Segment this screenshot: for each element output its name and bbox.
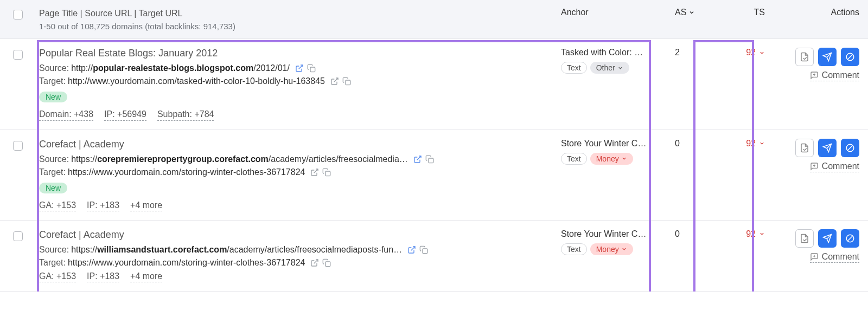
header-subtitle: 1-50 out of 108,725 domains (total backl…: [39, 22, 552, 31]
header-as-sort[interactable]: AS: [675, 8, 695, 17]
header-anchor: Anchor: [561, 8, 589, 17]
chevron-down-icon: [617, 65, 623, 71]
meta-link[interactable]: IP: +183: [87, 271, 119, 282]
as-value: 0: [675, 139, 680, 148]
copy-icon[interactable]: [322, 168, 331, 177]
anchor-tag-text[interactable]: Text: [561, 153, 587, 165]
svg-line-27: [848, 236, 853, 241]
block-button[interactable]: [841, 139, 859, 157]
table-header: Page Title | Source URL | Target URL 1-5…: [0, 0, 868, 39]
comment-icon: [810, 162, 819, 171]
source-url[interactable]: Source: https://corepremierepropertygrou…: [39, 154, 552, 164]
svg-line-22: [314, 260, 318, 263]
table-row: Corefact | Academy Source: https://corep…: [0, 130, 868, 221]
ts-value[interactable]: 92: [746, 229, 765, 239]
header-ts: TS: [754, 8, 765, 17]
svg-rect-11: [429, 158, 433, 163]
external-link-icon[interactable]: [310, 168, 319, 177]
row-checkbox[interactable]: [13, 141, 23, 151]
svg-rect-1: [310, 67, 315, 72]
select-all-checkbox[interactable]: [13, 10, 23, 20]
svg-rect-3: [346, 80, 350, 85]
page-title: Corefact | Academy: [39, 229, 552, 241]
external-link-icon[interactable]: [330, 77, 339, 86]
send-button[interactable]: [818, 139, 837, 157]
svg-line-10: [417, 156, 420, 160]
anchor-tag-text[interactable]: Text: [561, 62, 587, 74]
external-link-icon[interactable]: [413, 155, 422, 164]
anchor-tag-money[interactable]: Money: [590, 243, 633, 255]
as-value: 0: [675, 229, 680, 238]
meta-link[interactable]: IP: +183: [87, 200, 119, 211]
copy-icon[interactable]: [322, 258, 331, 267]
new-badge: New: [39, 92, 67, 102]
copy-icon[interactable]: [342, 77, 351, 86]
new-badge: New: [39, 183, 67, 193]
disavow-button[interactable]: [795, 229, 814, 248]
meta-link[interactable]: +4 more: [130, 271, 162, 282]
header-actions: Actions: [831, 8, 859, 17]
copy-icon[interactable]: [307, 64, 316, 73]
meta-link[interactable]: Subpath: +784: [157, 109, 214, 120]
disavow-button[interactable]: [795, 48, 814, 66]
svg-rect-23: [326, 262, 330, 267]
comment-icon: [810, 71, 819, 80]
target-url[interactable]: Target: https://www.yourdomain.com/stori…: [39, 258, 552, 268]
external-link-icon[interactable]: [295, 64, 304, 73]
external-link-icon[interactable]: [407, 245, 416, 254]
row-checkbox[interactable]: [13, 50, 23, 60]
external-link-icon[interactable]: [310, 258, 319, 267]
anchor-text: Store Your Winter C…: [561, 229, 669, 239]
anchor-text: Tasked with Color: …: [561, 48, 669, 57]
table-row: Corefact | Academy Source: https://willi…: [0, 221, 868, 292]
svg-line-12: [314, 169, 318, 173]
meta-link[interactable]: IP: +56949: [104, 109, 146, 120]
meta-link[interactable]: Domain: +438: [39, 109, 93, 120]
source-url[interactable]: Source: http://popular-realestate-blogs.…: [39, 63, 552, 73]
target-url[interactable]: Target: http://www.yourdomain.com/tasked…: [39, 76, 552, 86]
table-row: Popular Real Estate Blogs: January 2012 …: [0, 39, 868, 130]
block-button[interactable]: [841, 229, 859, 248]
svg-rect-13: [326, 171, 330, 176]
send-button[interactable]: [818, 229, 837, 248]
copy-icon[interactable]: [425, 155, 434, 164]
chevron-down-icon: [759, 231, 765, 237]
svg-line-7: [848, 55, 853, 60]
svg-line-2: [334, 78, 338, 82]
chevron-down-icon: [759, 50, 765, 56]
comment-button[interactable]: Comment: [810, 252, 859, 263]
anchor-tag-other[interactable]: Other: [590, 62, 629, 74]
target-url[interactable]: Target: https://www.yourdomain.com/stori…: [39, 167, 552, 177]
disavow-button[interactable]: [795, 139, 814, 157]
svg-line-0: [299, 65, 303, 69]
copy-icon[interactable]: [419, 245, 428, 254]
send-button[interactable]: [818, 48, 837, 66]
chevron-down-icon: [621, 246, 627, 252]
anchor-tag-money[interactable]: Money: [590, 153, 633, 165]
comment-icon: [810, 253, 819, 261]
block-button[interactable]: [841, 48, 859, 66]
header-main-title: Page Title | Source URL | Target URL: [39, 8, 552, 20]
chevron-down-icon: [621, 156, 627, 161]
chevron-down-icon: [759, 140, 765, 146]
anchor-text: Store Your Winter C…: [561, 139, 669, 148]
meta-link[interactable]: GA: +153: [39, 271, 76, 282]
meta-link[interactable]: +4 more: [130, 200, 162, 211]
chevron-down-icon: [688, 9, 695, 16]
anchor-tag-text[interactable]: Text: [561, 243, 587, 255]
meta-link[interactable]: GA: +153: [39, 200, 76, 211]
svg-line-17: [848, 145, 853, 150]
page-title: Corefact | Academy: [39, 139, 552, 150]
svg-rect-21: [423, 249, 427, 254]
source-url[interactable]: Source: https://williamsandstuart.corefa…: [39, 245, 552, 255]
comment-button[interactable]: Comment: [810, 70, 859, 81]
page-title: Popular Real Estate Blogs: January 2012: [39, 48, 552, 59]
ts-value[interactable]: 92: [746, 48, 765, 57]
as-value: 2: [675, 48, 680, 57]
comment-button[interactable]: Comment: [810, 161, 859, 172]
ts-value[interactable]: 92: [746, 139, 765, 148]
row-checkbox[interactable]: [13, 231, 23, 241]
svg-line-20: [411, 247, 415, 250]
